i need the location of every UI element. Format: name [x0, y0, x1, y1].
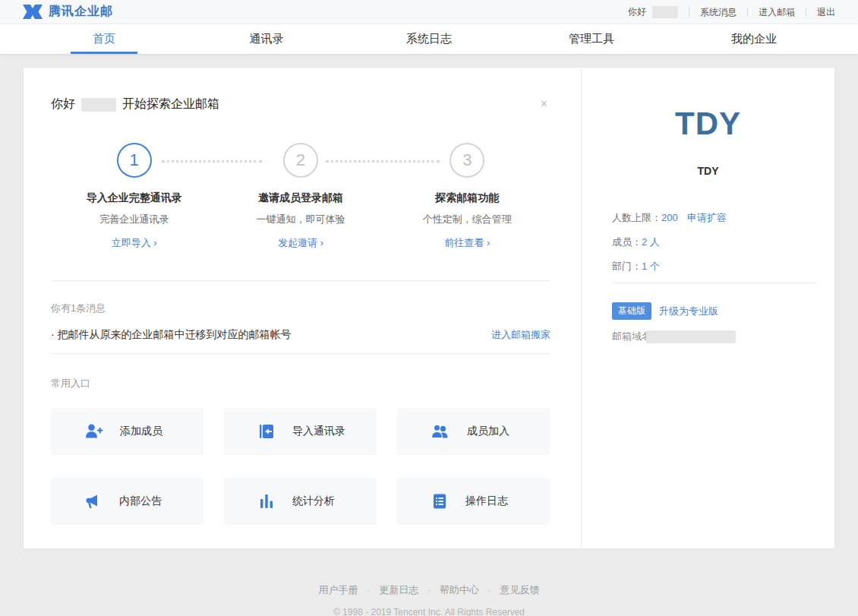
greeting-text: 你好 — [628, 5, 646, 18]
onboarding-panel: 你好 开始探索企业邮箱 × 1 2 3 导入企业完整通讯录 邀请成员登录邮箱 探… — [24, 68, 581, 548]
onboarding-steps: 1 2 3 导入企业完整通讯录 邀请成员登录邮箱 探索邮箱功能 完善企业通讯录 … — [51, 143, 550, 250]
copyright: © 1998 - 2019 Tencent Inc. All Rights Re… — [0, 607, 858, 616]
tile-label: 添加成员 — [120, 425, 162, 438]
tile-label: 统计分析 — [292, 494, 335, 508]
step-3-title: 探索邮箱功能 — [384, 191, 550, 205]
statistics-tile[interactable]: 统计分析 — [224, 478, 377, 525]
departments-label: 部门： — [612, 261, 642, 272]
go-explore-link[interactable]: 前往查看 › — [444, 237, 490, 248]
person-add-icon — [84, 422, 103, 441]
message-text: · 把邮件从原来的企业邮箱中迁移到对应的邮箱帐号 — [51, 328, 292, 342]
members-value[interactable]: 2 人 — [642, 236, 660, 248]
member-limit-label: 人数上限： — [612, 212, 661, 223]
greeting-prefix: 你好 — [51, 96, 75, 112]
company-panel: TDY TDY 人数上限：200申请扩容 成员：2 人 部门：1 个 基础版 升… — [581, 68, 834, 548]
tab-admin-tools-label: 管理工具 — [569, 32, 614, 45]
redacted-domain — [646, 330, 736, 343]
tile-label: 内部公告 — [119, 494, 162, 508]
step-3-desc: 个性定制，综合管理 — [384, 213, 550, 226]
step-connector — [162, 160, 262, 163]
operation-log-tile[interactable]: 操作日志 — [397, 478, 550, 525]
step-1-circle: 1 — [117, 143, 152, 178]
footer-separator: · — [367, 584, 370, 595]
tab-contacts[interactable]: 通讯录 — [185, 24, 348, 54]
step-2-circle: 2 — [283, 143, 318, 178]
members-join-tile[interactable]: 成员加入 — [397, 408, 550, 455]
tab-system-log[interactable]: 系统日志 — [348, 24, 510, 54]
member-limit-value: 200 — [661, 212, 678, 223]
close-icon[interactable]: × — [538, 96, 550, 112]
feedback-link[interactable]: 意见反馈 — [500, 584, 539, 595]
tab-my-company-label: 我的企业 — [731, 32, 777, 45]
user-manual-link[interactable]: 用户手册 — [319, 584, 358, 595]
topbar: 腾讯企业邮 你好 系统消息 进入邮箱 退出 — [0, 0, 858, 24]
exmail-logo-icon — [23, 5, 43, 19]
mailbox-migration-link[interactable]: 进入邮箱搬家 — [491, 328, 550, 342]
help-center-link[interactable]: 帮助中心 — [440, 584, 479, 595]
redacted-username — [81, 98, 116, 112]
brand-name: 腾讯企业邮 — [49, 4, 113, 20]
company-name: TDY — [582, 165, 834, 177]
request-expansion-link[interactable]: 申请扩容 — [687, 212, 727, 223]
changelog-link[interactable]: 更新日志 — [379, 584, 418, 595]
onboarding-greeting: 你好 开始探索企业邮箱 — [51, 96, 219, 112]
megaphone-icon — [84, 492, 103, 510]
tile-label: 导入通讯录 — [292, 425, 345, 438]
tile-label: 成员加入 — [467, 425, 509, 438]
footer-links: 用户手册 · 更新日志 · 帮助中心 · 意见反馈 — [0, 583, 858, 597]
tab-system-log-label: 系统日志 — [406, 32, 452, 45]
shortcuts-header: 常用入口 — [51, 377, 550, 390]
departments-value[interactable]: 1 个 — [642, 261, 660, 272]
main-nav: 首页 通讯录 系统日志 管理工具 我的企业 — [0, 24, 858, 54]
shortcut-tiles: 添加成员 导入通讯录 — [51, 408, 550, 525]
import-now-link[interactable]: 立即导入 › — [112, 237, 157, 248]
divider — [612, 283, 816, 283]
bar-chart-icon — [257, 492, 276, 510]
step-1-desc: 完善企业通讯录 — [51, 213, 217, 226]
upgrade-pro-link[interactable]: 升级为专业版 — [659, 305, 718, 318]
members-row: 成员：2 人 — [612, 230, 816, 254]
company-logo: TDY — [582, 106, 834, 142]
greeting-suffix: 开始探索企业邮箱 — [122, 96, 219, 112]
company-stats: 人数上限：200申请扩容 成员：2 人 部门：1 个 — [612, 206, 816, 279]
system-messages-link[interactable]: 系统消息 — [689, 8, 747, 17]
step-2-desc: 一键通知，即可体验 — [217, 213, 383, 226]
departments-row: 部门：1 个 — [612, 254, 816, 279]
message-item: · 把邮件从原来的企业邮箱中迁移到对应的邮箱帐号 进入邮箱搬家 — [51, 328, 550, 342]
members-join-icon — [431, 422, 450, 441]
step-1-title: 导入企业完整通讯录 — [51, 191, 217, 205]
brand[interactable]: 腾讯企业邮 — [23, 4, 113, 20]
enter-mailbox-link[interactable]: 进入邮箱 — [747, 8, 806, 17]
domain-row: 邮箱域名 — [612, 330, 816, 343]
tab-home-label: 首页 — [93, 32, 115, 45]
main-card: 你好 开始探索企业邮箱 × 1 2 3 导入企业完整通讯录 邀请成员登录邮箱 探… — [23, 67, 835, 549]
footer-separator: · — [427, 584, 431, 595]
log-list-icon — [431, 492, 449, 510]
footer-separator: · — [487, 584, 491, 595]
members-label: 成员： — [612, 236, 642, 248]
footer: 用户手册 · 更新日志 · 帮助中心 · 意见反馈 © 1998 - 2019 … — [0, 583, 858, 616]
tile-label: 操作日志 — [465, 494, 508, 508]
step-3-circle: 3 — [450, 143, 484, 178]
tab-home[interactable]: 首页 — [23, 24, 185, 54]
divider — [51, 353, 550, 354]
active-tab-underline — [71, 52, 137, 54]
redacted-username — [652, 6, 678, 18]
topbar-menu: 你好 系统消息 进入邮箱 退出 — [628, 5, 835, 18]
import-contacts-tile[interactable]: 导入通讯录 — [224, 408, 377, 455]
send-invite-link[interactable]: 发起邀请 › — [278, 237, 323, 248]
tab-my-company[interactable]: 我的企业 — [673, 24, 835, 54]
divider — [51, 280, 550, 281]
add-member-tile[interactable]: 添加成员 — [51, 408, 203, 455]
internal-announcement-tile[interactable]: 内部公告 — [51, 478, 203, 525]
plan-row: 基础版 升级为专业版 — [612, 302, 816, 320]
step-2-title: 邀请成员登录邮箱 — [217, 191, 383, 205]
step-connector — [326, 160, 440, 163]
logout-link[interactable]: 退出 — [806, 8, 835, 17]
topbar-greeting: 你好 — [628, 5, 689, 18]
tab-admin-tools[interactable]: 管理工具 — [510, 24, 673, 54]
import-contacts-icon — [257, 422, 276, 441]
tab-contacts-label: 通讯录 — [250, 32, 284, 45]
member-limit-row: 人数上限：200申请扩容 — [612, 206, 816, 230]
messages-header: 你有1条消息 — [51, 302, 550, 315]
